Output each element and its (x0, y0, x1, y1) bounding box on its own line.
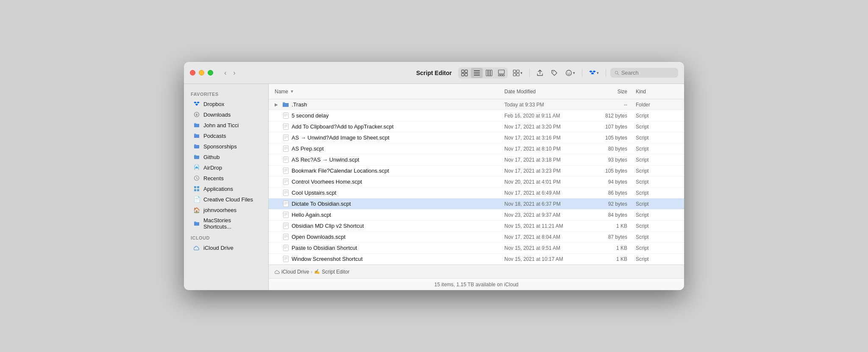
content-area: Name ▼ Date Modified Size Kind ▶ (269, 84, 684, 290)
file-name-label: Bookmark File?Calendar Locations.scpt (292, 168, 389, 174)
table-row[interactable]: ▶ AS → Unwind?Add Image to Sheet.scpt No… (269, 132, 684, 143)
sidebar-item-label-airdrop: AirDrop (203, 165, 222, 171)
sidebar-item-label-macstories: MacStories Shortcuts... (203, 217, 259, 230)
sidebar-item-sponsorships[interactable]: Sponsorships (186, 141, 266, 151)
table-row[interactable]: ▶ Window Screenshot Shortcut Nov 15, 202… (269, 254, 684, 265)
svg-rect-42 (283, 146, 288, 152)
divider-3 (606, 69, 606, 77)
table-row[interactable]: ▶ Dictate To Obsidian.scpt Nov 18, 2021 … (269, 198, 684, 210)
sidebar-item-github[interactable]: Github (186, 152, 266, 162)
col-header-size[interactable]: Size (585, 89, 627, 95)
file-name-paste: ▶ Paste to Obsidian Shortcut (275, 245, 504, 251)
breadcrumb-icloud-label: iCloud Drive (281, 269, 309, 275)
divider-2 (582, 69, 582, 77)
downloads-icon (193, 111, 200, 118)
table-row[interactable]: ▶ Paste to Obsidian Shortcut Nov 15, 202… (269, 243, 684, 254)
sidebar: Favorites Dropbox (184, 84, 269, 290)
list-icon (473, 70, 480, 76)
svg-rect-14 (513, 70, 516, 73)
sidebar-item-icloud-drive[interactable]: iCloud Drive (186, 243, 266, 253)
col-name-label: Name (275, 89, 288, 95)
table-row[interactable]: ▶ AS Rec?AS → Unwind.scpt Nov 17, 2021 a… (269, 154, 684, 165)
table-row[interactable]: ▶ AS Prep.scpt Nov 17, 2021 at 8:10 PM 8… (269, 143, 684, 154)
col-header-kind[interactable]: Kind (627, 89, 678, 95)
table-row[interactable]: ▶ Hello Again.scpt Nov 23, 2021 at 9:37 … (269, 210, 684, 221)
traffic-lights (190, 70, 213, 75)
table-row[interactable]: ▶ .Trash Today at 9:33 PM -- Folder (269, 99, 684, 110)
sidebar-icloud-header: iCloud (184, 232, 268, 242)
table-row[interactable]: ▶ Bookmark File?Calendar Locations.scpt … (269, 165, 684, 176)
sidebar-item-john-ticci[interactable]: John and Ticci (186, 120, 266, 130)
emoji-button[interactable]: ▾ (563, 68, 578, 78)
file-name-obsidian: ▶ Obsidian MD Clip v2 Shortcut (275, 223, 504, 229)
file-name-helloagain: ▶ Hello Again.scpt (275, 212, 504, 218)
breadcrumb-separator-1: › (311, 269, 312, 275)
file-name-label: Obsidian MD Clip v2 Shortcut (292, 223, 364, 229)
icloud-drive-icon (193, 244, 200, 251)
view-grid-button[interactable] (459, 68, 470, 78)
sidebar-item-creative-cloud[interactable]: 📄 Creative Cloud Files (186, 194, 266, 204)
table-row[interactable]: ▶ Add To Clipboard?Add to AppTracker.scp… (269, 121, 684, 132)
sidebar-item-johnvoorhees[interactable]: 🏠 johnvoorhees (186, 205, 266, 215)
table-row[interactable]: ▶ Cool Upstairs.scpt Nov 17, 2021 at 6:4… (269, 187, 684, 198)
file-name-label: AS Rec?AS → Unwind.scpt (292, 156, 359, 163)
chevron-right-icon: ▶ (275, 102, 280, 107)
script-icon (282, 201, 289, 207)
sidebar-item-macstories[interactable]: MacStories Shortcuts... (186, 215, 266, 232)
sidebar-item-downloads[interactable]: Downloads (186, 109, 266, 120)
file-date: Nov 15, 2021 at 11:21 AM (504, 223, 585, 229)
file-size: 1 KB (585, 223, 627, 229)
breadcrumb-icloud[interactable]: iCloud Drive (275, 269, 309, 275)
svg-rect-74 (283, 234, 288, 240)
table-row[interactable]: ▶ 5 second delay Feb 16, 2020 at 9:11 AM (269, 110, 684, 121)
svg-rect-54 (283, 179, 288, 185)
file-name-label: Window Screenshot Shortcut (292, 256, 363, 262)
file-name-label: Hello Again.scpt (292, 212, 331, 218)
sidebar-item-dropbox[interactable]: Dropbox (186, 99, 266, 109)
sidebar-item-podcasts[interactable]: Podcasts (186, 131, 266, 141)
minimize-button[interactable] (199, 70, 204, 75)
table-row[interactable]: ▶ Control Voorhees Home.scpt Nov 20, 202… (269, 176, 684, 187)
search-input[interactable] (621, 70, 674, 76)
column-headers: Name ▼ Date Modified Size Kind (269, 84, 684, 99)
close-button[interactable] (190, 70, 195, 75)
group-button[interactable]: ▾ (510, 68, 525, 78)
table-row[interactable]: ▶ Obsidian MD Clip v2 Shortcut Nov 15, 2… (269, 221, 684, 232)
view-gallery-button[interactable] (495, 68, 507, 78)
view-columns-button[interactable] (483, 68, 495, 78)
share-button[interactable] (534, 68, 546, 78)
folder-icon (282, 101, 289, 108)
file-size-trash: -- (585, 102, 627, 108)
svg-point-18 (553, 71, 554, 72)
file-name-label: Cool Upstairs.scpt (292, 190, 336, 196)
col-header-name[interactable]: Name ▼ (275, 89, 504, 95)
folder-icon-macstories (193, 220, 200, 227)
file-name-dictate: ▶ Dictate To Obsidian.scpt (275, 201, 504, 207)
svg-rect-26 (194, 186, 196, 188)
tag-button[interactable] (548, 68, 560, 78)
svg-rect-7 (486, 70, 488, 76)
file-size: 93 bytes (585, 157, 627, 163)
maximize-button[interactable] (208, 70, 213, 75)
script-icon (282, 245, 289, 251)
table-row[interactable]: ▶ Open Downloads.scpt Nov 17, 2021 at 8:… (269, 232, 684, 243)
file-name-coolupstairs: ▶ Cool Upstairs.scpt (275, 190, 504, 196)
file-date: Nov 15, 2021 at 10:17 AM (504, 256, 585, 262)
svg-rect-11 (498, 75, 500, 76)
back-button[interactable]: ‹ (222, 68, 229, 78)
sidebar-item-applications[interactable]: Applications (186, 184, 266, 194)
sidebar-item-recents[interactable]: Recents (186, 173, 266, 183)
svg-line-23 (618, 73, 619, 75)
file-kind: Script (627, 157, 678, 163)
col-header-date[interactable]: Date Modified (504, 89, 585, 95)
script-editor-breadcrumb-icon: ✍️ (314, 269, 320, 274)
svg-rect-16 (513, 73, 516, 76)
dropbox-icon (193, 101, 200, 107)
file-size: 1 KB (585, 256, 627, 262)
forward-button[interactable]: › (231, 68, 238, 78)
script-icon (282, 123, 289, 130)
dropbox-toolbar-button[interactable]: ▾ (587, 68, 601, 78)
view-list-button[interactable] (471, 68, 483, 78)
breadcrumb-script-editor[interactable]: ✍️ Script Editor (314, 269, 349, 275)
sidebar-item-airdrop[interactable]: AirDrop (186, 162, 266, 173)
